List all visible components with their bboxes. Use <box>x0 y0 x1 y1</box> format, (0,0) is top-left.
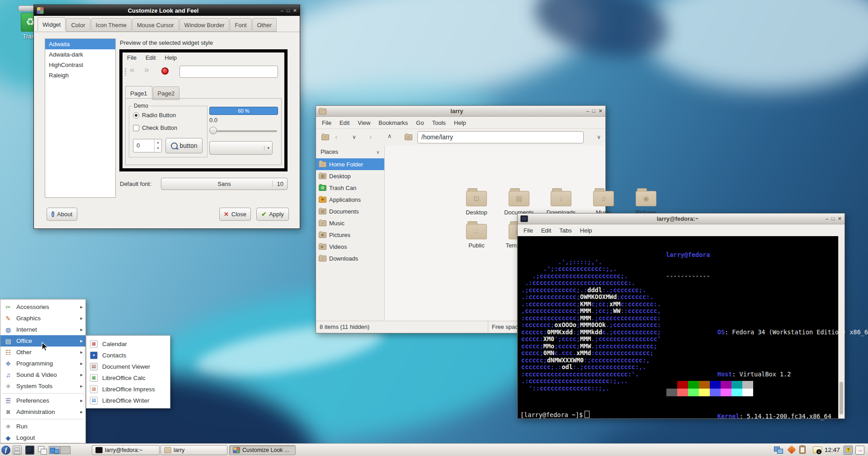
back-icon[interactable]: ‹ <box>335 133 338 142</box>
demo-frame: Demo Radio Button Check Button 0 ▲▼ butt… <box>129 106 208 157</box>
folder-item[interactable]: ⊡ Desktop <box>456 191 497 216</box>
menubar-item[interactable]: Bookmarks <box>374 118 412 128</box>
maximize-button[interactable]: □ <box>592 108 595 114</box>
network-tray-icon[interactable] <box>774 446 783 455</box>
sidebar-place-item[interactable]: ❖ Applications <box>316 194 384 205</box>
about-button[interactable]: i About <box>47 208 77 221</box>
menu-item[interactable]: ❖ Programming ▸ <box>0 358 85 369</box>
folder-item[interactable]: ◉ Pictures <box>626 191 666 216</box>
minimize-button[interactable]: – <box>281 8 283 14</box>
minimize-all-icon[interactable] <box>38 446 47 455</box>
submenu-item[interactable]: ▦ LibreOffice Calc <box>86 372 170 384</box>
theme-list-item[interactable]: Adwaita-dark <box>45 49 115 60</box>
path-bar[interactable]: /home/larry <box>417 131 584 143</box>
customize-titlebar[interactable]: Customize Look and Feel – □ ✕ <box>34 5 300 16</box>
theme-list-item[interactable]: Adwaita <box>45 39 115 49</box>
sidebar-place-item[interactable]: ♪ Music <box>316 217 384 229</box>
ascii-art-line: :cccccccccccccc;MMM.;cccccccccccccccc: <box>521 315 661 322</box>
customize-tab[interactable]: Icon Theme <box>91 18 132 32</box>
workspace-pager[interactable] <box>49 446 71 454</box>
maximize-button[interactable]: □ <box>831 216 835 222</box>
menubar-item[interactable]: Tabs <box>555 225 576 236</box>
close-button[interactable]: ✕ <box>599 108 603 114</box>
menu-item[interactable]: ✳ Run <box>0 421 85 432</box>
minimize-button[interactable]: – <box>586 108 589 114</box>
history-chevron-icon[interactable]: ∨ <box>352 134 356 140</box>
submenu-item-label: Document Viewer <box>102 363 150 370</box>
terminal-screen[interactable]: .',;::::;,'. .';:cccccccccccc:;,. .;cccc… <box>518 236 844 418</box>
up-icon[interactable]: ∧ <box>387 133 392 139</box>
sidebar-place-item[interactable]: ◉ Pictures <box>316 229 384 241</box>
menubar-item[interactable]: Edit <box>537 225 555 236</box>
sidebar-place-item[interactable]: ⌂ Home Folder <box>316 158 384 170</box>
clock[interactable]: 12:47 <box>825 444 840 456</box>
taskbar-window-button[interactable]: larry@fedora:~ <box>92 445 160 455</box>
menu-item[interactable]: ✂ Accessories ▸ <box>0 301 85 313</box>
menu-item[interactable]: ♫ Sound & Video ▸ <box>0 369 85 380</box>
workspace-1[interactable] <box>49 446 61 454</box>
start-menu-button[interactable]: f <box>1 446 10 455</box>
folder-item[interactable]: ∴ Public <box>456 224 497 249</box>
apply-button[interactable]: ✔ Apply <box>256 208 289 221</box>
menu-item[interactable]: ✖ Administration ▸ <box>0 406 85 418</box>
theme-list-item[interactable]: HighContrast <box>45 60 115 70</box>
taskbar-window-button[interactable]: larry <box>160 445 227 455</box>
sidebar-place-item[interactable]: ♻ Trash Can <box>316 182 384 194</box>
file-manager-titlebar[interactable]: larry – □ ✕ <box>316 106 605 117</box>
submenu-item[interactable]: ▤ Document Viewer <box>86 361 170 372</box>
menu-item[interactable]: ◍ Internet ▸ <box>0 324 85 335</box>
logout-tray-icon[interactable]: → <box>855 446 864 455</box>
customize-tab[interactable]: Color <box>66 18 90 32</box>
menubar-item[interactable]: View <box>354 118 374 128</box>
menubar-item[interactable]: Go <box>412 118 428 128</box>
menu-item[interactable]: ☰ Preferences ▸ <box>0 395 85 406</box>
folder-item[interactable]: ♫ Music <box>583 191 624 216</box>
clipboard-tray-icon[interactable] <box>799 446 806 454</box>
submenu-item[interactable]: ▤ LibreOffice Writer <box>86 395 170 406</box>
screen-lock-tray-icon[interactable]: ? <box>844 446 853 455</box>
menubar-item[interactable]: Help <box>450 118 470 128</box>
sidebar-place-item[interactable]: ▦ Desktop <box>316 170 384 182</box>
default-font-button[interactable]: Sans 10 <box>161 178 288 190</box>
folder-item[interactable]: ↓ Downloads <box>541 191 581 216</box>
side-pane-toggle-icon[interactable]: ∨ <box>597 134 601 140</box>
taskbar-window-button[interactable]: Customize Look ... <box>229 445 296 455</box>
customize-tab[interactable]: Widget <box>38 17 66 31</box>
menubar-item[interactable]: File <box>318 118 335 128</box>
file-manager-launcher-icon[interactable] <box>13 446 22 455</box>
sidebar-place-item[interactable]: ▶ Videos <box>316 241 384 252</box>
menubar-item[interactable]: Help <box>576 225 596 236</box>
terminal-launcher-icon[interactable] <box>25 446 34 455</box>
places-header[interactable]: Places ∨ <box>316 146 384 158</box>
sidebar-place-item[interactable]: ↓ Downloads <box>316 252 384 264</box>
forward-icon[interactable]: › <box>369 133 372 142</box>
workspace-2[interactable] <box>61 446 70 454</box>
theme-list-item[interactable]: Raleigh <box>45 70 115 81</box>
updates-tray-icon[interactable] <box>787 445 796 454</box>
submenu-item[interactable]: ▦ Calendar <box>86 338 170 350</box>
menubar-item[interactable]: Tools <box>428 118 450 128</box>
maximize-button[interactable]: □ <box>287 8 290 14</box>
terminal-titlebar[interactable]: larry@fedora:~ – □ ✕ <box>518 214 844 224</box>
menubar-item[interactable]: File <box>519 225 537 236</box>
menu-item[interactable]: ✳ System Tools ▸ <box>0 380 85 392</box>
new-tab-icon[interactable]: + <box>321 133 329 142</box>
minimize-button[interactable]: – <box>826 216 828 222</box>
submenu-item[interactable]: ● Contacts <box>86 350 170 361</box>
menu-item[interactable]: ✎ Graphics ▸ <box>0 313 85 324</box>
customize-tab[interactable]: Window Border <box>179 18 230 32</box>
customize-tab[interactable]: Font <box>230 18 251 32</box>
scrollbar-handle[interactable] <box>840 382 843 414</box>
sidebar-place-item[interactable]: ▤ Documents <box>316 205 384 217</box>
submenu-item[interactable]: ▨ LibreOffice Impress <box>86 384 170 395</box>
close-dialog-button[interactable]: ✕ Close <box>219 208 251 221</box>
menu-item[interactable]: ◆ Logout <box>0 432 85 443</box>
customize-tab[interactable]: Other <box>252 18 277 32</box>
folder-item[interactable]: ▤ Documents <box>499 191 539 216</box>
home-icon[interactable]: ⌂ <box>405 133 412 142</box>
terminal-scrollbar[interactable] <box>838 236 844 418</box>
menubar-item[interactable]: Edit <box>335 118 354 128</box>
close-button[interactable]: ✕ <box>838 216 842 222</box>
close-button[interactable]: ✕ <box>293 8 297 14</box>
customize-tab[interactable]: Mouse Cursor <box>132 18 179 32</box>
